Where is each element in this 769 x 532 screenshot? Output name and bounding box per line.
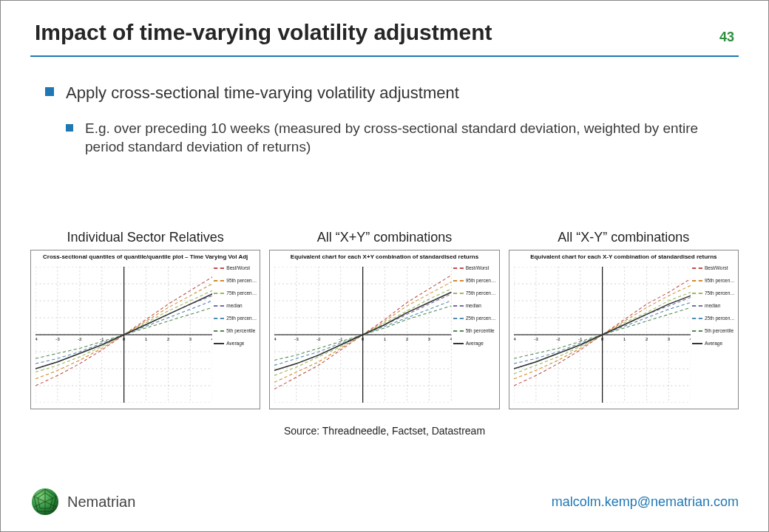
legend-label: 75th percentile	[705, 289, 735, 297]
legend-swatch-icon	[692, 318, 702, 319]
legend-swatch-icon	[453, 267, 464, 269]
legend-item: 5th percentile	[453, 327, 496, 335]
slide: Impact of time-varying volatility adjust…	[0, 0, 769, 532]
legend-swatch-icon	[692, 330, 702, 332]
svg-text:1: 1	[623, 336, 626, 341]
chart-column: Individual Sector RelativesCross-section…	[30, 230, 260, 409]
svg-text:-1: -1	[578, 336, 583, 341]
legend-item: median	[692, 301, 735, 310]
chart-inner-title: Cross-sectional quantiles of quantile/qu…	[31, 253, 260, 260]
legend-swatch-icon	[214, 305, 224, 307]
chart-column: All “X+Y” combinationsEquivalent chart f…	[269, 230, 499, 409]
legend-swatch-icon	[453, 343, 464, 344]
legend-swatch-icon	[214, 318, 224, 319]
legend-label: median	[226, 301, 257, 310]
svg-text:-1: -1	[339, 336, 343, 341]
legend-label: 25th percentile	[466, 314, 496, 322]
chart-box: Equivalent chart for each X-Y combinatio…	[509, 250, 739, 409]
legend-swatch-icon	[692, 293, 702, 294]
legend-swatch-icon	[453, 305, 464, 307]
legend-item: Average	[214, 339, 257, 347]
svg-text:4: 4	[689, 336, 691, 341]
plot-area: -4-3-2-101234	[514, 267, 691, 403]
legend-item: Best/Worst	[453, 264, 496, 272]
legend-label: Average	[226, 339, 257, 347]
bullet-item: Apply cross-sectional time-varying volat…	[45, 82, 724, 157]
legend-label: Best/Worst	[705, 264, 735, 272]
body: Apply cross-sectional time-varying volat…	[1, 57, 768, 157]
slide-title: Impact of time-varying volatility adjust…	[35, 20, 492, 45]
svg-text:2: 2	[645, 336, 648, 341]
svg-text:-4: -4	[35, 336, 38, 341]
svg-text:-4: -4	[514, 336, 516, 341]
svg-text:-3: -3	[294, 336, 299, 341]
chart-column-title: All “X+Y” combinations	[269, 230, 499, 245]
chart-column-title: All “X-Y” combinations	[509, 230, 739, 245]
legend-item: 95th percentile	[692, 276, 735, 284]
legend-item: 5th percentile	[214, 327, 257, 335]
svg-text:3: 3	[667, 336, 670, 341]
legend-swatch-icon	[453, 280, 464, 282]
legend-label: 95th percentile	[226, 276, 257, 284]
legend-item: 5th percentile	[692, 327, 735, 335]
svg-text:-3: -3	[55, 336, 60, 341]
svg-text:-2: -2	[78, 336, 82, 341]
svg-text:3: 3	[428, 336, 431, 341]
plot-area: -4-3-2-101234	[35, 267, 212, 403]
header: Impact of time-varying volatility adjust…	[1, 1, 768, 51]
legend-label: Average	[466, 339, 496, 347]
legend-item: Best/Worst	[692, 264, 735, 272]
svg-text:2: 2	[167, 336, 170, 341]
legend-item: 95th percentile	[214, 276, 257, 284]
legend-label: 5th percentile	[226, 327, 257, 335]
legend-item: Average	[453, 339, 496, 347]
legend-swatch-icon	[453, 318, 464, 319]
legend-label: Best/Worst	[226, 264, 257, 272]
legend: Best/Worst95th percentile75th percentile…	[453, 264, 496, 406]
legend-label: 75th percentile	[466, 289, 496, 297]
legend-item: 95th percentile	[453, 276, 496, 284]
legend-swatch-icon	[214, 293, 224, 294]
legend-swatch-icon	[214, 330, 224, 332]
legend-item: 25th percentile	[453, 314, 496, 322]
legend-label: 5th percentile	[705, 327, 735, 335]
legend-swatch-icon	[214, 343, 224, 344]
svg-text:4: 4	[211, 336, 213, 341]
chart-column-title: Individual Sector Relatives	[30, 230, 260, 245]
svg-text:3: 3	[189, 336, 192, 341]
legend-item: 75th percentile	[214, 289, 257, 297]
charts-row: Individual Sector RelativesCross-section…	[30, 230, 739, 409]
legend-label: median	[705, 301, 735, 310]
legend-swatch-icon	[692, 343, 702, 344]
sub-bullet-text: E.g. over preceding 10 weeks (measured b…	[85, 119, 724, 157]
svg-text:1: 1	[384, 336, 387, 341]
legend-label: 25th percentile	[226, 314, 257, 322]
svg-text:4: 4	[450, 336, 452, 341]
legend-swatch-icon	[692, 280, 702, 282]
legend-item: median	[453, 301, 496, 310]
legend-item: 75th percentile	[692, 289, 735, 297]
brand-name: Nematrian	[67, 494, 135, 511]
brand: Nematrian	[30, 487, 135, 516]
legend: Best/Worst95th percentile75th percentile…	[692, 264, 735, 406]
svg-text:2: 2	[406, 336, 409, 341]
legend-label: median	[466, 301, 496, 310]
legend-item: Average	[692, 339, 735, 347]
chart-box: Equivalent chart for each X+Y combinatio…	[269, 250, 499, 409]
logo-icon	[30, 487, 60, 516]
chart-box: Cross-sectional quantiles of quantile/qu…	[30, 250, 260, 409]
legend-item: Best/Worst	[214, 264, 257, 272]
legend-label: Best/Worst	[466, 264, 496, 272]
legend-label: 5th percentile	[466, 327, 496, 335]
legend-swatch-icon	[692, 305, 702, 307]
legend-item: 25th percentile	[214, 314, 257, 322]
svg-text:-1: -1	[100, 336, 104, 341]
svg-text:-2: -2	[316, 336, 321, 341]
legend-label: Average	[705, 339, 735, 347]
page-number: 43	[719, 30, 734, 45]
bullet-text: Apply cross-sectional time-varying volat…	[66, 82, 724, 104]
legend-swatch-icon	[214, 267, 224, 269]
sub-bullet-item: E.g. over preceding 10 weeks (measured b…	[66, 119, 724, 157]
bullet-list: Apply cross-sectional time-varying volat…	[45, 82, 724, 157]
legend-label: 75th percentile	[226, 289, 257, 297]
